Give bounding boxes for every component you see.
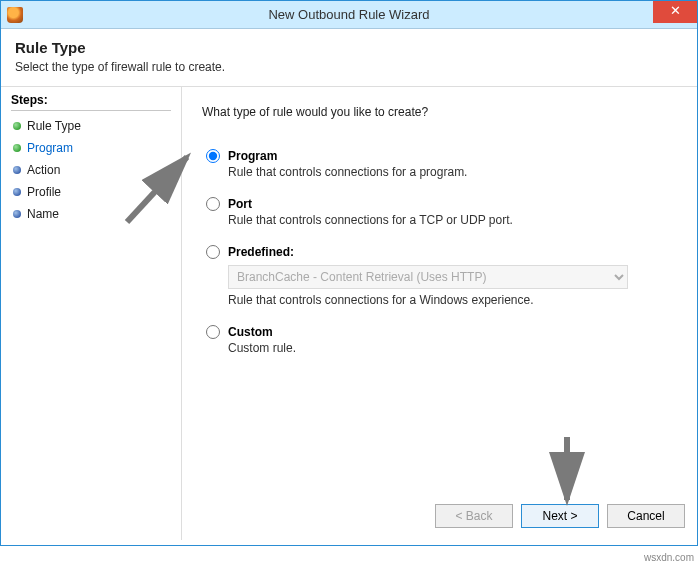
option-desc: Rule that controls connections for a Win… <box>228 293 677 307</box>
page-subtitle: Select the type of firewall rule to crea… <box>15 60 683 74</box>
step-program[interactable]: Program <box>11 137 171 159</box>
option-label: Predefined: <box>228 245 294 259</box>
step-profile[interactable]: Profile <box>11 181 171 203</box>
step-label: Rule Type <box>27 119 81 133</box>
bullet-icon <box>13 210 21 218</box>
firewall-icon <box>7 7 23 23</box>
page-title: Rule Type <box>15 39 683 56</box>
watermark: wsxdn.com <box>644 552 694 563</box>
content-pane: What type of rule would you like to crea… <box>181 87 697 540</box>
steps-sidebar: Steps: Rule Type Program Action Profile … <box>1 87 181 540</box>
footer-buttons: < Back Next > Cancel <box>435 504 685 528</box>
close-button[interactable]: ✕ <box>653 1 697 23</box>
option-desc: Rule that controls connections for a pro… <box>228 165 677 179</box>
option-desc: Custom rule. <box>228 341 677 355</box>
step-label: Name <box>27 207 59 221</box>
window-title: New Outbound Rule Wizard <box>1 7 697 22</box>
header: Rule Type Select the type of firewall ru… <box>1 29 697 86</box>
option-label: Program <box>228 149 277 163</box>
bullet-icon <box>13 144 21 152</box>
bullet-icon <box>13 166 21 174</box>
radio-port[interactable] <box>206 197 220 211</box>
bullet-icon <box>13 188 21 196</box>
rule-type-question: What type of rule would you like to crea… <box>202 105 677 119</box>
radio-custom[interactable] <box>206 325 220 339</box>
next-button[interactable]: Next > <box>521 504 599 528</box>
option-custom: Custom Custom rule. <box>202 325 677 355</box>
titlebar: New Outbound Rule Wizard ✕ <box>1 1 697 29</box>
step-action[interactable]: Action <box>11 159 171 181</box>
step-name[interactable]: Name <box>11 203 171 225</box>
cancel-button[interactable]: Cancel <box>607 504 685 528</box>
step-label: Action <box>27 163 60 177</box>
option-label: Port <box>228 197 252 211</box>
radio-predefined[interactable] <box>206 245 220 259</box>
radio-program[interactable] <box>206 149 220 163</box>
option-program: Program Rule that controls connections f… <box>202 149 677 179</box>
option-desc: Rule that controls connections for a TCP… <box>228 213 677 227</box>
option-port: Port Rule that controls connections for … <box>202 197 677 227</box>
step-rule-type[interactable]: Rule Type <box>11 115 171 137</box>
predefined-select[interactable]: BranchCache - Content Retrieval (Uses HT… <box>228 265 628 289</box>
bullet-icon <box>13 122 21 130</box>
option-label: Custom <box>228 325 273 339</box>
annotation-arrow-icon <box>547 432 587 512</box>
back-button: < Back <box>435 504 513 528</box>
wizard-window: New Outbound Rule Wizard ✕ Rule Type Sel… <box>0 0 698 546</box>
step-label: Program <box>27 141 73 155</box>
step-label: Profile <box>27 185 61 199</box>
steps-heading: Steps: <box>11 93 171 111</box>
option-predefined: Predefined: BranchCache - Content Retrie… <box>202 245 677 307</box>
